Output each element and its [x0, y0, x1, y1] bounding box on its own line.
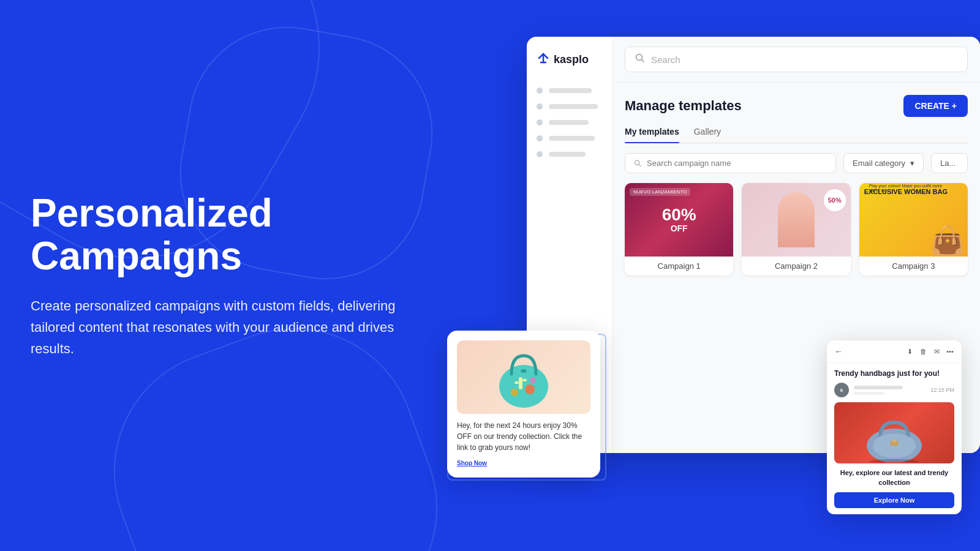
app-header: Search: [612, 37, 980, 83]
email-card-body: Trendy handbags just for you! 6 12:15 PM: [827, 363, 962, 514]
campaign-card-2[interactable]: 50% Campaign 2: [742, 183, 850, 276]
more-filter[interactable]: La...: [931, 153, 968, 173]
more-icon[interactable]: •••: [946, 347, 954, 356]
email-back-icon[interactable]: ←: [834, 347, 843, 356]
campaign-image-3: EXCLUSIVE WOMEN BAG Play your colour! Ma…: [859, 183, 968, 257]
create-button[interactable]: CREATE +: [903, 95, 968, 117]
email-sender-info: [854, 386, 925, 395]
message-card: Hey, for the next 24 hours enjoy 30% OFF…: [447, 331, 600, 478]
mail-icon[interactable]: ✉: [932, 347, 941, 356]
email-avatar: 6: [834, 383, 849, 397]
discount-value: 60%: [662, 206, 696, 223]
nav-dot-2: [537, 103, 543, 110]
campaign-search-bar[interactable]: [625, 153, 836, 173]
nav-label-5: [549, 152, 586, 157]
campaign-3-subtitle: Play your colour! Make you outfit more s…: [869, 184, 948, 192]
discount-suffix: OFF: [662, 223, 696, 233]
svg-point-9: [521, 369, 527, 373]
logo-text: kasplo: [554, 53, 589, 66]
download-icon[interactable]: ⬇: [905, 347, 914, 356]
email-cta-button[interactable]: Explore Now: [834, 492, 954, 508]
campaign-tag-1: NUEVO LANZAMIENTO: [630, 188, 690, 196]
svg-rect-13: [892, 440, 896, 443]
ui-panel: kasplo: [502, 37, 980, 514]
nav-label-2: [549, 104, 598, 109]
tabs-bar: My templates Gallery: [625, 127, 968, 143]
nav-dot-3: [537, 119, 543, 126]
logo-icon: [537, 51, 550, 68]
templates-header: Manage templates CREATE +: [625, 95, 968, 117]
hero-section: Personalized Campaigns Create personaliz…: [31, 192, 410, 359]
nav-item-3[interactable]: [537, 119, 602, 126]
campaign-label-2: Campaign 2: [742, 257, 850, 276]
nav-item-4[interactable]: [537, 135, 602, 141]
nav-label-3: [549, 120, 589, 125]
sidebar-logo: kasplo: [537, 51, 602, 68]
nav-item-5[interactable]: [537, 151, 602, 157]
nav-item-1[interactable]: [537, 88, 602, 94]
nav-label-1: [549, 88, 592, 93]
campaign-label-3: Campaign 3: [859, 257, 968, 276]
sidebar-nav: [537, 88, 602, 157]
templates-content: Manage templates CREATE + My templates G…: [612, 83, 980, 288]
email-time: 12:15 PM: [930, 387, 954, 393]
campaign-search-icon: [634, 159, 642, 168]
email-sender-row: 6 12:15 PM: [834, 383, 954, 397]
nav-item-2[interactable]: [537, 103, 602, 110]
svg-point-14: [870, 459, 919, 462]
svg-rect-5: [522, 379, 527, 381]
svg-point-1: [635, 160, 639, 164]
email-card: ← ⬇ 🗑 ✉ ••• Trendy handbags just for you…: [827, 340, 962, 514]
nav-dot-5: [537, 151, 543, 157]
page-title: Manage templates: [625, 98, 742, 114]
campaign-person: [778, 192, 815, 247]
search-placeholder: Search: [651, 54, 680, 65]
nav-dot-1: [537, 88, 543, 94]
campaign-label-1: Campaign 1: [625, 257, 733, 276]
campaigns-grid: NUEVO LANZAMIENTO 60% OFF Campaign 1: [625, 183, 968, 276]
svg-point-7: [511, 389, 518, 396]
svg-point-8: [530, 377, 536, 383]
email-card-header: ← ⬇ 🗑 ✉ •••: [827, 340, 962, 363]
handbag-svg: [854, 404, 934, 462]
bag-icon: 👜: [930, 224, 965, 257]
bag-illustration: [493, 343, 554, 411]
campaign-search-input[interactable]: [647, 159, 827, 168]
filters-row: Email category ▾ La...: [625, 153, 968, 173]
nav-label-4: [549, 136, 595, 141]
email-body-text: Hey, explore our latest and trendy colle…: [834, 468, 954, 487]
email-subject: Trendy handbags just for you!: [834, 369, 954, 378]
campaign-image-2: 50%: [742, 183, 850, 257]
hero-description: Create personalized campaigns with custo…: [31, 295, 410, 360]
category-filter-label: Email category: [853, 159, 905, 168]
email-actions: ⬇ 🗑 ✉ •••: [905, 347, 954, 356]
svg-rect-3: [519, 377, 522, 389]
email-product-image: [834, 402, 954, 463]
svg-rect-4: [514, 381, 519, 384]
svg-point-6: [525, 384, 535, 394]
category-filter[interactable]: Email category ▾: [843, 153, 924, 173]
chevron-down-icon: ▾: [910, 159, 914, 168]
nav-dot-4: [537, 135, 543, 141]
tab-my-templates[interactable]: My templates: [625, 127, 679, 143]
search-icon: [635, 53, 645, 66]
hero-title: Personalized Campaigns: [31, 192, 410, 278]
global-search-bar[interactable]: Search: [625, 47, 968, 72]
message-card-image: [457, 340, 590, 414]
tab-gallery[interactable]: Gallery: [694, 127, 721, 143]
trash-icon[interactable]: 🗑: [919, 347, 927, 356]
campaign-badge-2: 50%: [824, 189, 846, 211]
email-sender-name-bar: [854, 386, 903, 389]
message-card-cta[interactable]: Shop Now: [457, 460, 487, 467]
campaign-card-1[interactable]: NUEVO LANZAMIENTO 60% OFF Campaign 1: [625, 183, 733, 276]
campaign-image-1: NUEVO LANZAMIENTO 60% OFF: [625, 183, 733, 257]
campaign-card-3[interactable]: EXCLUSIVE WOMEN BAG Play your colour! Ma…: [859, 183, 968, 276]
email-sender-sub-bar: [854, 392, 884, 395]
message-card-text: Hey, for the next 24 hours enjoy 30% OFF…: [457, 420, 590, 453]
